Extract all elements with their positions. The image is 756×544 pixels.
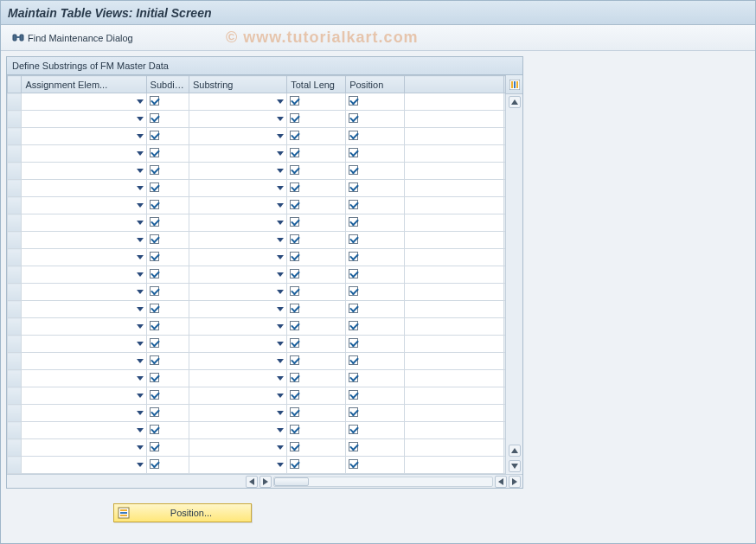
cell-subdiv[interactable]: [146, 163, 189, 180]
cell-subdiv[interactable]: [146, 145, 189, 163]
row-selector[interactable]: [8, 128, 22, 145]
checkbox[interactable]: [290, 182, 299, 192]
row-selector[interactable]: [8, 266, 22, 284]
checkbox[interactable]: [349, 96, 358, 106]
find-maintenance-button[interactable]: Find Maintenance Dialog: [6, 29, 139, 47]
cell-position[interactable]: [346, 180, 405, 197]
dropdown[interactable]: [24, 318, 143, 335]
checkbox[interactable]: [349, 113, 358, 123]
dropdown[interactable]: [24, 284, 143, 300]
cell-position[interactable]: [346, 284, 405, 301]
cell-substring[interactable]: [189, 405, 286, 422]
cell-assignment[interactable]: [22, 163, 146, 180]
cell-subdiv[interactable]: [146, 301, 189, 318]
cell-subdiv[interactable]: [146, 180, 189, 197]
cell-subdiv[interactable]: [146, 266, 189, 284]
cell-position[interactable]: [346, 232, 405, 249]
checkbox[interactable]: [150, 165, 159, 175]
checkbox[interactable]: [150, 252, 159, 261]
row-selector[interactable]: [8, 439, 22, 457]
dropdown[interactable]: [24, 111, 143, 127]
row-selector[interactable]: [8, 284, 22, 301]
cell-assignment[interactable]: [22, 318, 146, 336]
cell-substring[interactable]: [189, 180, 286, 197]
checkbox[interactable]: [349, 165, 358, 175]
checkbox[interactable]: [150, 182, 159, 192]
cell-assignment[interactable]: [22, 284, 146, 301]
cell-assignment[interactable]: [22, 266, 146, 284]
dropdown[interactable]: [24, 266, 143, 283]
dropdown[interactable]: [192, 163, 284, 179]
cell-total-leng[interactable]: [287, 370, 346, 387]
checkbox[interactable]: [290, 234, 299, 244]
checkbox[interactable]: [349, 338, 358, 348]
cell-assignment[interactable]: [22, 457, 146, 474]
checkbox[interactable]: [290, 321, 299, 330]
row-selector[interactable]: [8, 405, 22, 422]
row-selector[interactable]: [8, 145, 22, 163]
cell-assignment[interactable]: [22, 214, 146, 232]
cell-position[interactable]: [346, 111, 405, 128]
hscroll-track[interactable]: [273, 477, 493, 487]
row-selector[interactable]: [8, 387, 22, 405]
cell-assignment[interactable]: [22, 93, 146, 111]
cell-position[interactable]: [346, 93, 405, 111]
checkbox[interactable]: [290, 425, 299, 434]
dropdown[interactable]: [192, 232, 284, 248]
checkbox[interactable]: [349, 217, 358, 227]
dropdown[interactable]: [24, 128, 143, 144]
cell-total-leng[interactable]: [287, 422, 346, 439]
cell-assignment[interactable]: [22, 232, 146, 249]
checkbox[interactable]: [290, 165, 299, 175]
vertical-scrollbar[interactable]: [505, 94, 522, 474]
row-selector[interactable]: [8, 214, 22, 232]
checkbox[interactable]: [150, 113, 159, 123]
checkbox[interactable]: [290, 113, 299, 123]
dropdown[interactable]: [24, 387, 143, 404]
dropdown[interactable]: [192, 197, 284, 214]
row-selector[interactable]: [8, 336, 22, 353]
dropdown[interactable]: [24, 93, 143, 110]
dropdown[interactable]: [24, 422, 143, 438]
cell-subdiv[interactable]: [146, 93, 189, 111]
cell-position[interactable]: [346, 336, 405, 353]
row-selector[interactable]: [8, 422, 22, 439]
cell-substring[interactable]: [189, 387, 286, 405]
horizontal-scrollbar[interactable]: [7, 474, 522, 488]
cell-substring[interactable]: [189, 439, 286, 457]
dropdown[interactable]: [192, 353, 284, 369]
checkbox[interactable]: [290, 407, 299, 417]
checkbox[interactable]: [349, 321, 358, 330]
cell-position[interactable]: [346, 318, 405, 336]
checkbox[interactable]: [290, 252, 299, 261]
cell-total-leng[interactable]: [287, 180, 346, 197]
dropdown[interactable]: [24, 145, 143, 162]
dropdown[interactable]: [24, 197, 143, 214]
cell-subdiv[interactable]: [146, 232, 189, 249]
cell-substring[interactable]: [189, 197, 286, 214]
checkbox[interactable]: [150, 355, 159, 365]
checkbox[interactable]: [150, 425, 159, 434]
scroll-down-button[interactable]: [509, 460, 521, 472]
cell-subdiv[interactable]: [146, 197, 189, 214]
checkbox[interactable]: [150, 131, 159, 140]
dropdown[interactable]: [24, 214, 143, 231]
dropdown[interactable]: [192, 145, 284, 162]
checkbox[interactable]: [349, 269, 358, 278]
checkbox[interactable]: [150, 269, 159, 278]
cell-substring[interactable]: [189, 318, 286, 336]
checkbox[interactable]: [150, 217, 159, 227]
cell-total-leng[interactable]: [287, 284, 346, 301]
cell-substring[interactable]: [189, 145, 286, 163]
checkbox[interactable]: [150, 407, 159, 417]
checkbox[interactable]: [150, 373, 159, 382]
cell-total-leng[interactable]: [287, 128, 346, 145]
cell-position[interactable]: [346, 163, 405, 180]
cell-substring[interactable]: [189, 93, 286, 111]
cell-position[interactable]: [346, 197, 405, 214]
checkbox[interactable]: [349, 425, 358, 434]
cell-assignment[interactable]: [22, 197, 146, 214]
cell-substring[interactable]: [189, 284, 286, 301]
cell-subdiv[interactable]: [146, 439, 189, 457]
cell-assignment[interactable]: [22, 145, 146, 163]
